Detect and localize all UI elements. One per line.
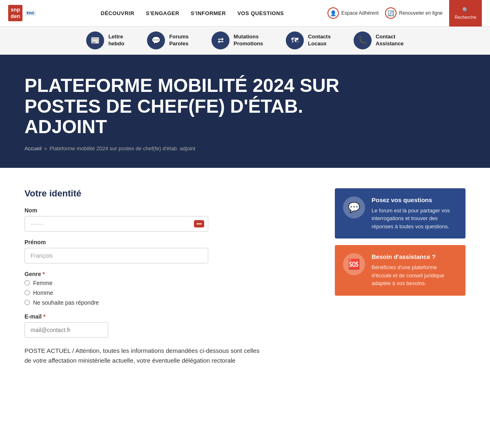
poste-notice: POSTE ACTUEL / Attention, toutes les inf… xyxy=(24,346,261,366)
search-icon: 🔍 xyxy=(462,7,469,13)
espace-adherent-label: Espace Adhérent xyxy=(341,10,379,16)
assistance-card-description: Bénéficiez d'une plateforme d'écoute et … xyxy=(372,263,457,288)
sidebar-card-questions[interactable]: 💬 Posez vos questions Le forum est là po… xyxy=(335,188,466,239)
genre-radio-group: Femme Homme Ne souhaite pas répondre xyxy=(24,280,318,306)
genre-label: Genre * xyxy=(24,271,318,277)
lettre-hebdo-icon: 📰 xyxy=(86,31,104,49)
genre-homme-label: Homme xyxy=(33,290,53,296)
assistance-card-title: Besoin d'assistance ? xyxy=(372,253,457,260)
nom-input-dots: ••• xyxy=(194,220,204,227)
contact-assistance-icon: 📞 xyxy=(354,31,372,49)
sidebar-card-assistance[interactable]: 🆘 Besoin d'assistance ? Bénéficiez d'une… xyxy=(335,245,466,296)
breadcrumb-separator: » xyxy=(44,145,47,152)
prenom-input[interactable] xyxy=(24,248,208,263)
sec-nav-contact-assistance[interactable]: 📞 ContactAssistance xyxy=(342,27,415,54)
forums-paroles-icon: 💬 xyxy=(147,31,165,49)
renouveler-link[interactable]: 🔄 Renouveler en ligne xyxy=(385,7,443,19)
nav-sinformer[interactable]: S'INFORMER xyxy=(191,10,226,16)
page-title: PLATEFORME MOBILITÉ 2024 SUR POSTES DE C… xyxy=(24,75,351,137)
logo-snp: snp den xyxy=(8,5,22,21)
nav-decouvrir[interactable]: DÉCOUVRIR xyxy=(101,10,135,16)
genre-femme-label: Femme xyxy=(33,280,52,286)
main-nav: DÉCOUVRIR S'ENGAGER S'INFORMER VOS QUEST… xyxy=(57,10,327,16)
sec-nav-contacts-locaux[interactable]: 🗺 ContactsLocaux xyxy=(274,27,342,54)
contact-assistance-label: ContactAssistance xyxy=(376,33,404,47)
questions-card-description: Le forum est là pour partager vos interr… xyxy=(372,207,457,231)
prenom-group: Prénom xyxy=(24,239,318,263)
search-label: Recherche xyxy=(454,15,476,20)
sec-nav-mutations-promotions[interactable]: ⇄ MutationsPromotions xyxy=(200,27,274,54)
prenom-label: Prénom xyxy=(24,239,318,245)
adherent-icon: 👤 xyxy=(327,7,339,19)
logo-ens: ENS xyxy=(25,10,36,16)
main-content: Votre identité Nom ••• Prénom Genre * Fe… xyxy=(0,168,490,386)
nom-label: Nom xyxy=(24,207,318,214)
genre-nr-radio[interactable] xyxy=(24,300,30,305)
genre-femme-option[interactable]: Femme xyxy=(24,280,318,286)
genre-femme-radio[interactable] xyxy=(24,280,30,285)
sidebar: 💬 Posez vos questions Le forum est là po… xyxy=(335,188,466,366)
breadcrumb-current: Plateforme mobilité 2024 sur postes de c… xyxy=(49,145,195,152)
breadcrumb: Accueil » Plateforme mobilité 2024 sur p… xyxy=(24,145,466,152)
genre-required-marker: * xyxy=(42,271,45,277)
logo-area: snp den ENS xyxy=(8,5,57,21)
forums-paroles-label: ForumsParoles xyxy=(169,33,189,47)
espace-adherent-link[interactable]: 👤 Espace Adhérent xyxy=(327,7,379,19)
mutations-promotions-label: MutationsPromotions xyxy=(234,33,263,47)
renouveler-label: Renouveler en ligne xyxy=(399,10,443,16)
sec-nav-lettre-hebdo[interactable]: 📰 Lettrehebdo xyxy=(75,27,136,54)
genre-homme-radio[interactable] xyxy=(24,290,30,295)
genre-nr-label: Ne souhaite pas répondre xyxy=(33,299,99,306)
questions-card-content: Posez vos questions Le forum est là pour… xyxy=(372,196,457,231)
form-section-title: Votre identité xyxy=(24,188,318,199)
nom-group: Nom ••• xyxy=(24,207,318,232)
email-group: E-mail * xyxy=(24,313,318,338)
breadcrumb-home[interactable]: Accueil xyxy=(24,145,42,152)
questions-card-icon: 💬 xyxy=(343,196,365,218)
nom-input-wrapper: ••• xyxy=(24,216,208,232)
email-label: E-mail * xyxy=(24,313,318,320)
site-header: snp den ENS DÉCOUVRIR S'ENGAGER S'INFORM… xyxy=(0,0,490,27)
search-button[interactable]: 🔍 Recherche xyxy=(449,0,482,27)
assistance-card-content: Besoin d'assistance ? Bénéficiez d'une p… xyxy=(372,253,457,288)
header-right: 👤 Espace Adhérent 🔄 Renouveler en ligne … xyxy=(327,0,482,27)
email-required-marker: * xyxy=(43,313,45,320)
secondary-nav: 📰 Lettrehebdo 💬 ForumsParoles ⇄ Mutation… xyxy=(0,27,490,55)
form-area: Votre identité Nom ••• Prénom Genre * Fe… xyxy=(24,188,318,366)
renouveler-icon: 🔄 xyxy=(385,7,396,19)
contacts-locaux-icon: 🗺 xyxy=(286,31,304,49)
genre-homme-option[interactable]: Homme xyxy=(24,290,318,296)
assistance-card-icon: 🆘 xyxy=(343,253,365,275)
mutations-promotions-icon: ⇄ xyxy=(212,31,229,49)
hero-section: PLATEFORME MOBILITÉ 2024 SUR POSTES DE C… xyxy=(0,55,490,168)
nav-sengager[interactable]: S'ENGAGER xyxy=(146,10,179,16)
lettre-hebdo-label: Lettrehebdo xyxy=(108,33,124,47)
email-input[interactable] xyxy=(24,322,108,338)
genre-nr-option[interactable]: Ne souhaite pas répondre xyxy=(24,299,318,306)
questions-card-title: Posez vos questions xyxy=(372,196,457,203)
nav-vos-questions[interactable]: VOS QUESTIONS xyxy=(237,10,284,16)
genre-group: Genre * Femme Homme Ne souhaite pas répo… xyxy=(24,271,318,306)
nom-input[interactable] xyxy=(24,216,208,232)
contacts-locaux-label: ContactsLocaux xyxy=(308,33,331,47)
sec-nav-forums-paroles[interactable]: 💬 ForumsParoles xyxy=(136,27,200,54)
